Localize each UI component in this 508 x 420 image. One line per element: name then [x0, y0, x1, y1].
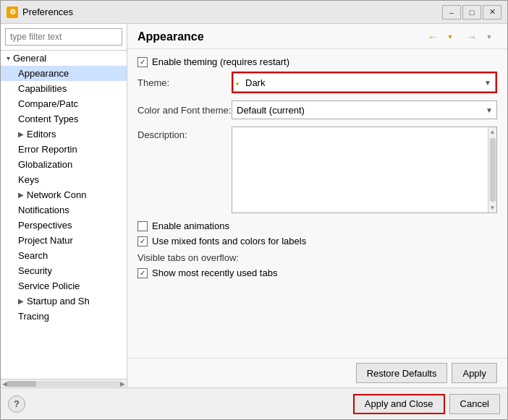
color-font-select[interactable]: Default (current) Classic Dark	[232, 100, 497, 119]
tree-label-general: General	[13, 53, 46, 64]
scroll-thumb	[7, 381, 36, 387]
show-recent-row: Show most recently used tabs	[137, 267, 497, 278]
tree-label-startup: Startup and Sh	[27, 296, 90, 307]
left-panel: ▾ General Appearance Capabilities Compar…	[1, 24, 127, 387]
tree-item-content-types[interactable]: Content Types	[1, 111, 127, 127]
tree-label-notifications: Notifications	[18, 205, 69, 215]
tree-label-project-nature: Project Natur	[18, 235, 73, 246]
panel-title: Appearance	[137, 30, 204, 43]
tree-label-error-reporting: Error Reportin	[18, 144, 77, 155]
horizontal-scrollbar[interactable]: ◀ ▶	[1, 379, 127, 387]
tree-item-notifications[interactable]: Notifications	[1, 202, 127, 218]
tree-label-search: Search	[18, 250, 48, 261]
tree-item-startup[interactable]: ▶ Startup and Sh	[1, 293, 127, 309]
description-box: ▲ ▼	[232, 127, 497, 213]
tree-item-compare[interactable]: Compare/Patc	[1, 96, 127, 111]
mixed-fonts-row: Use mixed fonts and colors for labels	[137, 236, 497, 247]
tree-item-general[interactable]: ▾ General	[1, 51, 127, 66]
filter-box	[1, 24, 127, 51]
visible-tabs-label: Visible tabs on overflow:	[137, 252, 239, 263]
panel-body: Enable theming (requires restart) Theme:…	[127, 49, 507, 358]
tree-label-capabilities: Capabilities	[18, 83, 67, 94]
tree-item-editors[interactable]: ▶ Editors	[1, 127, 127, 142]
window-controls: – □ ✕	[442, 5, 501, 20]
minimize-button[interactable]: –	[442, 5, 461, 20]
tree-label-security: Security	[18, 265, 52, 276]
bottom-bar: ? Apply and Close Cancel	[1, 387, 507, 419]
tree-label-globalization: Globalization	[18, 159, 72, 170]
right-panel: Appearance ← ▼ → ▼ Enable theming (requi…	[127, 24, 507, 387]
nav-back-button[interactable]: ←	[425, 30, 441, 44]
nav-forward-button[interactable]: →	[464, 30, 480, 44]
show-recent-label: Show most recently used tabs	[152, 267, 277, 278]
arrow-general: ▾	[7, 54, 10, 62]
apply-close-button[interactable]: Apply and Close	[353, 394, 445, 414]
enable-theming-checkbox[interactable]	[137, 57, 148, 67]
enable-animations-row: Enable animations	[137, 220, 497, 231]
tree-item-security[interactable]: Security	[1, 263, 127, 278]
app-icon: ⚙	[7, 7, 18, 18]
enable-theming-row: Enable theming (requires restart)	[137, 56, 497, 67]
tree-item-capabilities[interactable]: Capabilities	[1, 81, 127, 96]
enable-animations-checkbox[interactable]	[137, 221, 148, 231]
restore-defaults-button[interactable]: Restore Defaults	[356, 363, 448, 383]
window-title: Preferences	[22, 7, 442, 17]
panel-header: Appearance ← ▼ → ▼	[127, 24, 507, 49]
mixed-fonts-checkbox[interactable]	[137, 236, 148, 247]
scroll-right-icon[interactable]: ▶	[120, 380, 125, 387]
bottom-buttons: Apply and Close Cancel	[353, 394, 500, 414]
desc-scroll-up-icon[interactable]: ▲	[488, 127, 497, 137]
tree-item-tracing[interactable]: Tracing	[1, 309, 127, 324]
help-button[interactable]: ?	[8, 395, 25, 413]
preferences-window: ⚙ Preferences – □ ✕ ▾ General Appearance	[0, 0, 508, 420]
tree-item-error-reporting[interactable]: Error Reportin	[1, 142, 127, 157]
nav-back-dropdown[interactable]: ▼	[442, 30, 458, 44]
theme-select[interactable]: Dark Light Classic High Contrast	[233, 73, 496, 92]
description-label: Description:	[137, 127, 232, 213]
main-content: ▾ General Appearance Capabilities Compar…	[1, 24, 507, 387]
theme-label: Theme:	[137, 77, 232, 88]
tree-label-network-conn: Network Conn	[27, 189, 86, 200]
tree-item-appearance[interactable]: Appearance	[1, 66, 127, 81]
tree-item-project-nature[interactable]: Project Natur	[1, 233, 127, 248]
close-button[interactable]: ✕	[483, 5, 501, 20]
scroll-left-icon[interactable]: ◀	[2, 380, 7, 387]
description-row: Description: ▲ ▼	[137, 127, 497, 213]
panel-actions: Restore Defaults Apply	[127, 358, 507, 387]
maximize-button[interactable]: □	[462, 5, 481, 20]
tree-label-compare: Compare/Patc	[18, 98, 78, 109]
tree-label-service-policies: Service Policie	[18, 280, 80, 291]
arrow-editors: ▶	[18, 130, 24, 138]
tree-item-keys[interactable]: Keys	[1, 172, 127, 187]
tree-item-search[interactable]: Search	[1, 248, 127, 263]
tree-label-content-types: Content Types	[18, 113, 79, 124]
desc-scroll-thumb	[490, 138, 496, 202]
filter-input[interactable]	[5, 28, 122, 46]
nav-forward-dropdown[interactable]: ▼	[481, 30, 497, 44]
tree-item-service-policies[interactable]: Service Policie	[1, 278, 127, 293]
tree-area: ▾ General Appearance Capabilities Compar…	[1, 51, 127, 379]
mixed-fonts-label: Use mixed fonts and colors for labels	[152, 236, 306, 247]
scroll-track	[7, 381, 120, 387]
apply-button[interactable]: Apply	[452, 363, 497, 383]
tree-item-perspectives[interactable]: Perspectives	[1, 218, 127, 233]
cancel-button[interactable]: Cancel	[449, 394, 500, 414]
desc-scroll-down-icon[interactable]: ▼	[488, 203, 497, 213]
title-bar: ⚙ Preferences – □ ✕	[1, 1, 507, 24]
tree-label-tracing: Tracing	[18, 311, 49, 322]
show-recent-checkbox[interactable]	[137, 268, 148, 278]
color-font-select-wrap: Default (current) Classic Dark ▼	[232, 100, 497, 119]
enable-animations-label: Enable animations	[152, 220, 229, 231]
description-scrollbar: ▲ ▼	[488, 127, 496, 213]
tree-item-globalization[interactable]: Globalization	[1, 157, 127, 172]
panel-nav-buttons: ← ▼ → ▼	[425, 30, 497, 44]
arrow-network: ▶	[18, 191, 24, 199]
theme-select-wrap: ⬥ Dark Light Classic High Contrast ▼	[232, 72, 497, 93]
tree-label-editors: Editors	[27, 129, 56, 140]
tree-label-perspectives: Perspectives	[18, 220, 72, 231]
tree-label-appearance: Appearance	[18, 68, 69, 79]
tree-item-network-conn[interactable]: ▶ Network Conn	[1, 187, 127, 202]
color-font-label: Color and Font theme:	[137, 105, 232, 116]
color-font-row: Color and Font theme: Default (current) …	[137, 100, 497, 119]
theme-row: Theme: ⬥ Dark Light Classic High Contras…	[137, 72, 497, 93]
